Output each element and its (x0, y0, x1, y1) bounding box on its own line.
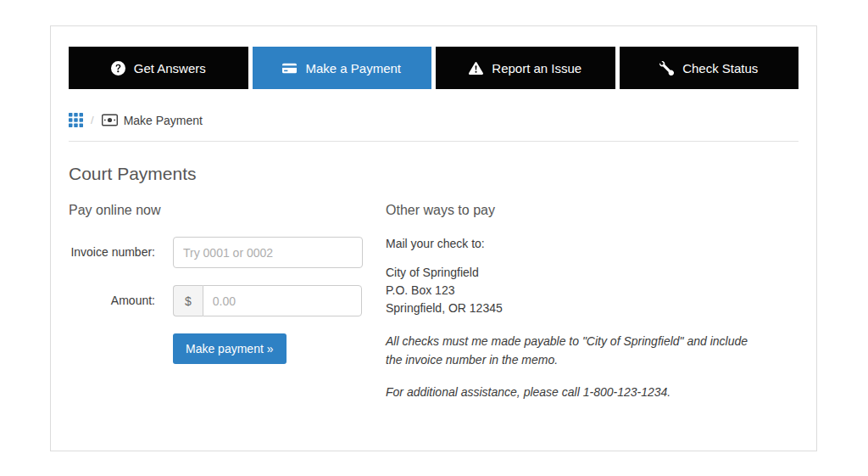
question-circle-icon (111, 61, 125, 76)
tab-check-status[interactable]: Check Status (620, 47, 799, 89)
other-ways-heading: Other ways to pay (386, 203, 759, 218)
tab-make-a-payment[interactable]: Make a Payment (253, 47, 432, 89)
top-nav-tabs: Get Answers Make a Payment Report an Iss… (69, 47, 798, 89)
make-payment-button[interactable]: Make payment » (173, 333, 287, 364)
credit-card-icon (282, 61, 297, 76)
content-columns: Pay online now Invoice number: Amount: $… (69, 203, 798, 417)
breadcrumb-current: Make Payment (102, 114, 203, 127)
pay-online-section: Pay online now Invoice number: Amount: $… (69, 203, 386, 417)
main-card: Get Answers Make a Payment Report an Iss… (50, 25, 817, 451)
breadcrumb-current-label: Make Payment (124, 114, 203, 127)
amount-input[interactable] (203, 285, 362, 316)
currency-symbol: $ (173, 285, 203, 316)
money-icon (102, 114, 118, 126)
invoice-number-input[interactable] (173, 237, 363, 268)
checks-note: All checks must me made payable to "City… (386, 333, 759, 369)
breadcrumb: / Make Payment (69, 113, 798, 142)
warning-triangle-icon (469, 61, 483, 76)
grid-home-icon[interactable] (69, 113, 83, 127)
tab-label: Report an Issue (492, 61, 581, 76)
tab-get-answers[interactable]: Get Answers (69, 47, 248, 89)
tab-label: Check Status (682, 61, 758, 76)
address-line: Springfield, OR 12345 (386, 300, 759, 317)
other-ways-section: Other ways to pay Mail your check to: Ci… (386, 203, 759, 417)
tab-label: Get Answers (134, 61, 206, 76)
tab-label: Make a Payment (305, 61, 401, 76)
invoice-label: Invoice number: (69, 237, 155, 260)
mailing-address: City of Springfield P.O. Box 123 Springf… (386, 264, 759, 317)
address-line: City of Springfield (386, 264, 759, 282)
address-line: P.O. Box 123 (386, 282, 759, 300)
amount-input-group: $ (173, 285, 362, 316)
wrench-icon (659, 61, 674, 76)
breadcrumb-separator: / (91, 114, 94, 126)
invoice-row: Invoice number: (69, 237, 386, 268)
assistance-note: For additional assistance, please call 1… (386, 384, 759, 402)
amount-row: Amount: $ (69, 285, 386, 316)
mail-intro: Mail your check to: (386, 237, 759, 250)
tab-report-an-issue[interactable]: Report an Issue (436, 47, 615, 89)
submit-row: Make payment » (173, 333, 386, 364)
page-title: Court Payments (69, 164, 798, 184)
amount-label: Amount: (69, 285, 155, 309)
pay-online-heading: Pay online now (69, 203, 386, 218)
